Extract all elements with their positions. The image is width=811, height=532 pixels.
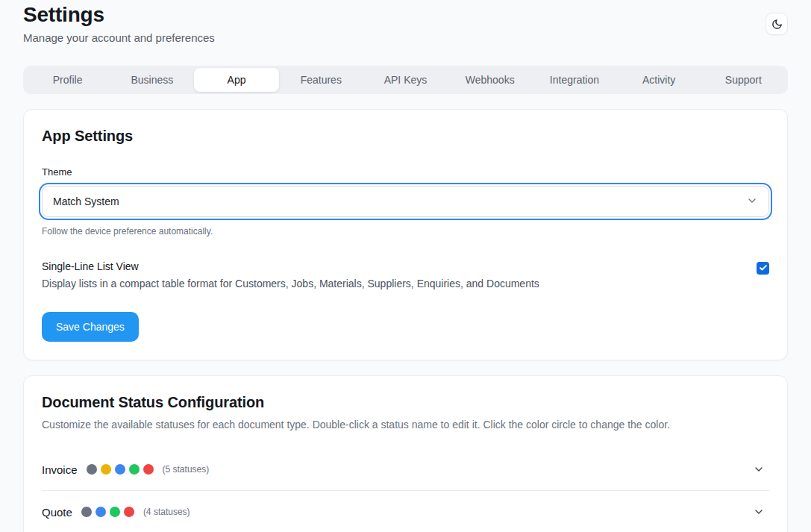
status-color-dot[interactable] [101, 464, 111, 475]
tab-business[interactable]: Business [110, 68, 194, 92]
status-row-invoice[interactable]: Invoice(5 statuses) [42, 448, 769, 491]
tab-activity[interactable]: Activity [617, 68, 701, 92]
dark-mode-toggle-button[interactable] [765, 13, 788, 35]
save-changes-button[interactable]: Save Changes [42, 312, 139, 342]
status-color-dot[interactable] [81, 507, 92, 517]
page-header: Settings Manage your account and prefere… [23, 3, 788, 44]
tab-api-keys[interactable]: API Keys [363, 68, 448, 92]
tab-features[interactable]: Features [279, 68, 363, 92]
status-color-dot[interactable] [95, 507, 106, 517]
document-status-card: Document Status Configuration Customize … [23, 375, 788, 532]
document-status-title: Document Status Configuration [42, 394, 769, 411]
status-row-quote[interactable]: Quote(4 statuses) [42, 491, 769, 532]
status-color-dot[interactable] [129, 464, 140, 475]
single-line-list-view-text: Single-Line List View Display lists in a… [42, 260, 539, 290]
chevron-down-icon [746, 195, 758, 209]
settings-tab-bar: ProfileBusinessAppFeaturesAPI KeysWebhoo… [23, 66, 788, 94]
status-color-dot[interactable] [143, 464, 154, 475]
theme-label: Theme [42, 166, 769, 178]
app-settings-card: App Settings Theme Match System Follow t… [23, 109, 788, 360]
status-count-label: (4 statuses) [143, 507, 190, 517]
settings-page: Settings Manage your account and prefere… [0, 0, 811, 532]
status-count-label: (5 statuses) [163, 464, 210, 475]
theme-helper-text: Follow the device preference automatical… [42, 226, 769, 237]
single-line-list-view-description: Display lists in a compact table format … [42, 278, 539, 290]
app-settings-title: App Settings [42, 128, 769, 145]
page-header-text: Settings Manage your account and prefere… [23, 3, 215, 44]
status-color-dot[interactable] [124, 507, 134, 517]
tab-support[interactable]: Support [701, 68, 786, 92]
status-color-dots [81, 507, 134, 517]
single-line-list-view-row: Single-Line List View Display lists in a… [42, 260, 769, 290]
tab-app[interactable]: App [194, 68, 278, 92]
single-line-list-view-checkbox[interactable] [757, 262, 769, 275]
document-status-rows: Invoice(5 statuses)Quote(4 statuses) [42, 448, 769, 532]
status-color-dot[interactable] [110, 507, 120, 517]
status-color-dots [87, 464, 154, 475]
single-line-list-view-label: Single-Line List View [42, 260, 539, 272]
page-title: Settings [23, 3, 215, 27]
page-subtitle: Manage your account and preferences [23, 31, 215, 44]
moon-icon [771, 19, 783, 30]
status-color-dot[interactable] [87, 464, 97, 475]
check-icon [759, 262, 768, 275]
chevron-down-icon[interactable] [753, 463, 765, 475]
status-row-label: Invoice [42, 463, 78, 476]
tab-integration[interactable]: Integration [532, 68, 616, 92]
chevron-down-icon[interactable] [753, 506, 765, 518]
status-color-dot[interactable] [115, 464, 125, 475]
tab-webhooks[interactable]: Webhooks [448, 68, 532, 92]
document-status-description: Customize the available statuses for eac… [42, 419, 769, 431]
theme-select[interactable]: Match System [42, 186, 769, 217]
status-row-label: Quote [42, 506, 72, 519]
tab-profile[interactable]: Profile [25, 68, 110, 92]
theme-select-value: Match System [53, 195, 119, 207]
